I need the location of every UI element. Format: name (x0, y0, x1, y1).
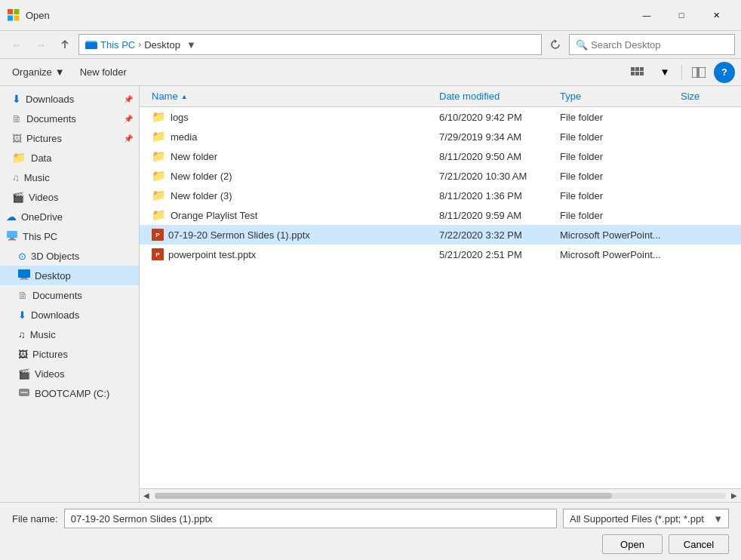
sidebar-label-videos-pc: Videos (35, 368, 65, 380)
file-name: powerpoint test.pptx (168, 249, 256, 260)
sidebar-label-3d: 3D Objects (31, 251, 79, 262)
svg-rect-1 (14, 9, 20, 14)
sidebar-item-data[interactable]: 📁 Data (0, 148, 139, 168)
toolbar-separator-1 (681, 65, 682, 80)
svg-rect-23 (20, 392, 28, 393)
organize-button[interactable]: Organize ▼ (6, 62, 71, 83)
file-type: File folder (554, 110, 675, 125)
file-type: File folder (554, 169, 675, 183)
svg-rect-6 (85, 42, 97, 49)
maximize-button[interactable]: □ (664, 5, 699, 26)
pane-button[interactable] (687, 62, 711, 83)
table-row[interactable]: P 07-19-20 Sermon Slides (1).pptx 7/22/2… (140, 225, 741, 245)
open-button[interactable]: Open (602, 534, 663, 554)
forward-button[interactable]: → (30, 34, 51, 55)
address-bar: ← → This PC › Desktop ▼ 🔍 (0, 31, 741, 59)
main-content: ⬇ Downloads 📌 🗎 Documents 📌 🖼 Pictures 📌… (0, 86, 741, 502)
filename-input[interactable] (64, 509, 557, 528)
up-button[interactable] (54, 34, 75, 55)
file-size (675, 135, 735, 138)
back-button[interactable]: ← (6, 34, 27, 55)
organize-arrow-icon: ▼ (55, 66, 65, 78)
svg-rect-17 (10, 238, 14, 239)
scroll-track[interactable] (155, 493, 726, 499)
table-row[interactable]: 📁 New folder (3) 8/11/2020 1:36 PM File … (140, 186, 741, 205)
new-folder-button[interactable]: New folder (74, 62, 133, 83)
sidebar-item-desktop[interactable]: Desktop (0, 266, 139, 285)
scroll-thumb[interactable] (155, 493, 612, 499)
sidebar-item-thispc[interactable]: This PC (0, 226, 139, 246)
sidebar-item-documents-quick[interactable]: 🗎 Documents 📌 (0, 109, 139, 128)
breadcrumb-item-thispc[interactable]: This PC (100, 39, 135, 51)
file-type: File folder (554, 208, 675, 223)
file-size (675, 253, 735, 256)
file-size (675, 233, 735, 236)
scroll-right-button[interactable]: ▶ (727, 489, 741, 503)
view-dropdown-button[interactable]: ▼ (653, 62, 677, 83)
header-date[interactable]: Date modified (433, 86, 554, 106)
file-date: 7/21/2020 10:30 AM (433, 169, 554, 183)
filename-row: File name: All Supported Files (*.ppt; *… (12, 509, 729, 528)
videos-icon: 🎬 (12, 192, 24, 203)
sidebar-label-documents-quick: Documents (26, 113, 76, 125)
scroll-left-button[interactable]: ◀ (140, 489, 153, 503)
svg-rect-14 (692, 67, 697, 78)
search-icon: 🔍 (576, 39, 588, 51)
desktop-icon (18, 269, 30, 283)
header-name[interactable]: Name ▲ (146, 86, 433, 106)
downloads-pc-icon: ⬇ (18, 309, 26, 321)
help-button[interactable]: ? (714, 62, 735, 83)
minimize-button[interactable]: — (629, 5, 664, 26)
search-input[interactable] (591, 39, 728, 51)
sidebar-item-pictures-pc[interactable]: 🖼 Pictures (0, 344, 139, 364)
view-options-button[interactable] (626, 62, 650, 83)
sidebar-label-music-pc: Music (30, 329, 56, 340)
breadcrumb-dropdown-icon[interactable]: ▼ (186, 39, 196, 51)
sidebar-label-pictures-quick: Pictures (26, 133, 62, 144)
header-size[interactable]: Size (675, 86, 735, 106)
sidebar-item-bootcamp[interactable]: BOOTCAMP (C:) (0, 383, 139, 403)
documents-pc-icon: 🗎 (18, 290, 28, 301)
sidebar-item-music-quick[interactable]: ♫ Music (0, 168, 139, 187)
cancel-button[interactable]: Cancel (669, 534, 729, 554)
sidebar-item-videos-quick[interactable]: 🎬 Videos (0, 187, 139, 207)
title-bar: Open — □ ✕ (0, 0, 741, 31)
refresh-button[interactable] (545, 34, 566, 55)
filetype-wrapper: All Supported Files (*.ppt; *.ppt All Fi… (563, 509, 729, 528)
table-row[interactable]: 📁 New folder (2) 7/21/2020 10:30 AM File… (140, 166, 741, 186)
table-row[interactable]: P powerpoint test.pptx 5/21/2020 2:51 PM… (140, 245, 741, 264)
file-size (675, 155, 735, 158)
sidebar-item-music-pc[interactable]: ♫ Music (0, 325, 139, 344)
sidebar-item-onedrive[interactable]: ☁ OneDrive (0, 207, 139, 226)
header-type[interactable]: Type (554, 86, 675, 106)
filename-label: File name: (12, 513, 58, 525)
file-name: New folder (2) (171, 171, 232, 182)
svg-rect-21 (20, 278, 29, 279)
table-row[interactable]: 📁 media 7/29/2019 9:34 AM File folder (140, 127, 741, 146)
file-size (675, 194, 735, 197)
file-date: 5/21/2020 2:51 PM (433, 248, 554, 262)
sidebar-item-3d-objects[interactable]: ⊙ 3D Objects (0, 246, 139, 266)
search-box[interactable]: 🔍 (569, 34, 735, 55)
pin-icon-2: 📌 (124, 115, 133, 123)
svg-rect-3 (14, 16, 20, 21)
sidebar-item-pictures-quick[interactable]: 🖼 Pictures 📌 (0, 128, 139, 148)
pin-icon-3: 📌 (124, 134, 133, 143)
svg-rect-9 (635, 67, 639, 71)
file-type: File folder (554, 130, 675, 144)
horizontal-scrollbar[interactable]: ◀ ▶ (140, 488, 741, 502)
new-folder-label: New folder (80, 66, 127, 78)
file-date: 7/29/2019 9:34 AM (433, 130, 554, 144)
svg-rect-8 (631, 67, 635, 71)
table-row[interactable]: 📁 New folder 8/11/2020 9:50 AM File fold… (140, 146, 741, 166)
filetype-select[interactable]: All Supported Files (*.ppt; *.ppt All Fi… (563, 509, 729, 528)
sidebar-item-documents-pc[interactable]: 🗎 Documents (0, 285, 139, 305)
sidebar-item-downloads-pc[interactable]: ⬇ Downloads (0, 305, 139, 325)
close-button[interactable]: ✕ (699, 5, 733, 26)
table-row[interactable]: 📁 logs 6/10/2020 9:42 PM File folder (140, 107, 741, 127)
breadcrumb[interactable]: This PC › Desktop ▼ (78, 34, 542, 55)
table-row[interactable]: 📁 Orange Playlist Test 8/11/2020 9:59 AM… (140, 205, 741, 225)
sidebar-item-videos-pc[interactable]: 🎬 Videos (0, 364, 139, 383)
sidebar-item-downloads-quick[interactable]: ⬇ Downloads 📌 (0, 89, 139, 109)
downloads-icon: ⬇ (12, 93, 21, 105)
